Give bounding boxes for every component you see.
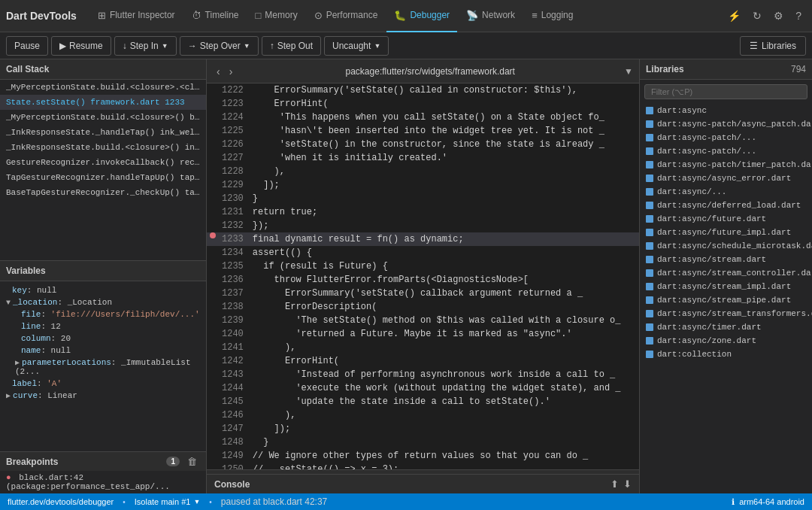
library-item[interactable]: dart:async/stream.dart [640, 253, 812, 266]
status-isolate: Isolate main #1 ▼ [135, 497, 201, 506]
call-stack-item[interactable]: GestureRecognizer.invokeCallback() recog… [0, 155, 206, 170]
nav-memory[interactable]: □ Memory [247, 0, 304, 32]
library-item[interactable]: dart:async-patch/async_patch.dart [640, 117, 812, 131]
line-number: 1247 [219, 422, 253, 436]
breakpoint-marker[interactable] [207, 232, 219, 238]
library-icon [646, 120, 653, 128]
line-number: 1250 [219, 463, 253, 469]
app-title: Dart DevTools [6, 10, 77, 22]
back-button[interactable]: ‹ [213, 64, 224, 79]
line-number: 1246 [219, 408, 253, 422]
code-line: 1248 } [207, 436, 639, 449]
resume-button[interactable]: ▶ Resume [51, 36, 111, 56]
nav-flutter-inspector[interactable]: ⊞ Flutter Inspector [90, 0, 183, 32]
code-line: 1231return true; [207, 205, 639, 219]
library-item[interactable]: dart:async-patch/timer_patch.dart [640, 158, 812, 172]
library-item[interactable]: dart:async/timer.dart [640, 320, 812, 334]
var-item: column: 20 [0, 332, 206, 345]
console-action-1[interactable]: ⬆ [611, 478, 619, 490]
call-stack-item[interactable]: _InkResponseState.build.<closure>() ink_… [0, 140, 206, 155]
code-text: } [253, 192, 639, 205]
library-name: dart:async/stream_impl.dart [657, 282, 791, 291]
call-stack-item[interactable]: TapGestureRecognizer.handleTapUp() tap.d… [0, 170, 206, 185]
library-name: dart:async/deferred_load.dart [657, 201, 801, 210]
nav-network[interactable]: 📡 Network [459, 0, 523, 32]
help-button[interactable]: ? [791, 7, 806, 25]
library-item[interactable]: dart:async-patch/... [640, 131, 812, 144]
code-line: 1230} [207, 192, 639, 205]
nav-debugger-label: Debugger [410, 10, 450, 20]
info-icon: ℹ [732, 497, 735, 507]
libraries-button[interactable]: ☰ Libraries [740, 36, 806, 56]
library-item[interactable]: dart:async/schedule_microtask.dart [640, 239, 812, 253]
performance-icon: ⊙ [314, 10, 323, 21]
isolate-dropdown-arrow[interactable]: ▼ [193, 498, 200, 505]
nav-performance[interactable]: ⊙ Performance [307, 0, 386, 32]
var-item: label: 'A' [0, 378, 206, 390]
step-out-button[interactable]: ↑ Step Out [262, 36, 321, 56]
library-icon [646, 107, 653, 114]
logging-icon: ≡ [532, 10, 538, 21]
var-item[interactable]: ▶parameterLocations: _ImmutableList (2..… [0, 357, 206, 378]
libraries-filter-input[interactable] [644, 84, 807, 99]
code-text: }); [253, 219, 639, 232]
pause-button[interactable]: Pause [6, 36, 48, 56]
nav-debugger[interactable]: 🐛 Debugger [386, 0, 457, 32]
file-nav-arrows: ‹ › [213, 64, 236, 79]
library-item[interactable]: dart:async/stream_impl.dart [640, 280, 812, 293]
call-stack-item[interactable]: _MyPerceptionState.build.<closure>.<clos… [0, 80, 206, 95]
library-name: dart:async/stream.dart [657, 255, 766, 264]
breakpoint-item[interactable]: ● black.dart:42 (package:performance_tes… [0, 471, 206, 493]
step-in-button[interactable]: ↓ Step In [114, 36, 177, 56]
code-line: 1227 'when it is initially created.' [207, 151, 639, 165]
library-item[interactable]: dart:async/future.dart [640, 212, 812, 226]
library-item[interactable]: dart:async/stream_transformers.dart [640, 307, 812, 320]
forward-button[interactable]: › [226, 64, 237, 79]
library-item[interactable]: dart:async/stream_controller.dart [640, 266, 812, 280]
library-item[interactable]: dart:async/stream_pipe.dart [640, 293, 812, 307]
line-number: 1226 [219, 138, 253, 151]
library-item[interactable]: dart:async/future_impl.dart [640, 226, 812, 239]
settings-button[interactable]: ⚙ [769, 7, 788, 25]
code-line: 1223 ErrorHint( [207, 97, 639, 111]
breakpoints-count: 1 [166, 457, 180, 466]
call-stack-item[interactable]: BaseTapGestureRecognizer._checkUp() tap.… [0, 185, 206, 200]
library-icon [646, 269, 653, 277]
lightning-button[interactable]: ⚡ [723, 7, 745, 25]
code-text: final dynamic result = fn() as dynamic; [253, 232, 639, 246]
code-line: 1226 'setState() in the constructor, sin… [207, 138, 639, 151]
step-over-button[interactable]: → Step Over [180, 36, 259, 56]
library-item[interactable]: dart:async-patch/... [640, 144, 812, 158]
code-area[interactable]: 1222 ErrorSummary('setState() called in … [207, 83, 639, 469]
code-text: 'returned a Future. Maybe it is marked a… [253, 327, 639, 341]
var-item[interactable]: ▶curve: Linear [0, 390, 206, 402]
call-stack-item[interactable]: State.setState() framework.dart 1233 [0, 95, 206, 110]
left-panel: Call Stack _MyPerceptionState.build.<clo… [0, 59, 207, 493]
line-number: 1233 [219, 232, 253, 246]
variables-section: Variables key: null ▼_location: _Locatio… [0, 260, 206, 451]
code-line: 1233final dynamic result = fn() as dynam… [207, 232, 639, 246]
library-item[interactable]: dart:async/zone.dart [640, 334, 812, 348]
var-item[interactable]: ▼_location: _Location [0, 296, 206, 308]
uncaught-button[interactable]: Uncaught [324, 36, 389, 56]
line-number: 1244 [219, 381, 253, 395]
call-stack-list[interactable]: _MyPerceptionState.build.<closure>.<clos… [0, 80, 206, 260]
console-action-2[interactable]: ⬇ [623, 478, 632, 490]
library-item[interactable]: dart:collection [640, 348, 812, 361]
library-item[interactable]: dart:async/async_error.dart [640, 172, 812, 185]
library-item[interactable]: dart:async/deferred_load.dart [640, 199, 812, 212]
refresh-button[interactable]: ↻ [748, 7, 766, 25]
file-dropdown-button[interactable]: ▼ [624, 66, 633, 77]
code-line: 1237 ErrorSummary('setState() callback a… [207, 287, 639, 300]
nav-timeline[interactable]: ⏱ Timeline [184, 0, 247, 32]
status-link[interactable]: flutter.dev/devtools/debugger [8, 497, 114, 506]
code-line: 1239 'The setState() method on $this was… [207, 314, 639, 327]
call-stack-item[interactable]: _InkResponseState._handleTap() ink_well.… [0, 125, 206, 140]
library-item[interactable]: dart:async [640, 104, 812, 117]
var-item: file: 'file:///Users/filiph/dev/...' [0, 308, 206, 320]
delete-breakpoints-button[interactable]: 🗑 [184, 456, 200, 467]
call-stack-item[interactable]: _MyPerceptionState.build.<closure>() bla… [0, 110, 206, 125]
library-item[interactable]: dart:async/... [640, 185, 812, 199]
nav-logging[interactable]: ≡ Logging [524, 0, 580, 32]
console-bar: Console ⬆ ⬇ [207, 474, 639, 493]
